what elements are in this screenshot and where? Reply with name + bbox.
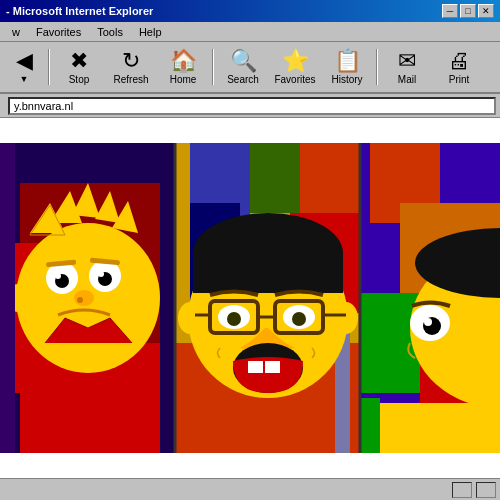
svg-rect-62 bbox=[265, 361, 280, 373]
svg-point-50 bbox=[334, 302, 358, 334]
address-bar bbox=[0, 94, 500, 118]
svg-point-59 bbox=[292, 312, 306, 326]
refresh-button[interactable]: ↻ Refresh bbox=[106, 44, 156, 90]
home-label: Home bbox=[170, 74, 197, 85]
status-right bbox=[452, 482, 496, 498]
svg-point-72 bbox=[424, 318, 432, 326]
toolbar-separator-1 bbox=[48, 49, 50, 85]
svg-rect-66 bbox=[360, 293, 420, 393]
svg-point-58 bbox=[227, 312, 241, 326]
home-button[interactable]: 🏠 Home bbox=[158, 44, 208, 90]
favorites-label: Favorites bbox=[274, 74, 315, 85]
mail-label: Mail bbox=[398, 74, 416, 85]
svg-point-34 bbox=[77, 297, 83, 303]
maximize-button[interactable]: □ bbox=[460, 4, 476, 18]
window-title: - Microsoft Internet Explorer bbox=[6, 5, 153, 17]
svg-point-33 bbox=[74, 290, 94, 306]
window-controls: ─ □ ✕ bbox=[442, 4, 494, 18]
toolbar: ◀ ▼ ✖ Stop ↻ Refresh 🏠 Home 🔍 Search ⭐ F… bbox=[0, 42, 500, 94]
print-icon: 🖨 bbox=[448, 50, 470, 72]
home-icon: 🏠 bbox=[170, 50, 197, 72]
menu-item-file[interactable]: w bbox=[4, 24, 28, 40]
menu-bar: w Favorites Tools Help bbox=[0, 22, 500, 42]
search-button[interactable]: 🔍 Search bbox=[218, 44, 268, 90]
refresh-icon: ↻ bbox=[122, 50, 140, 72]
history-label: History bbox=[331, 74, 362, 85]
svg-rect-35 bbox=[0, 143, 15, 453]
back-label: ▼ bbox=[20, 74, 29, 84]
print-label: Print bbox=[449, 74, 470, 85]
favorites-icon: ⭐ bbox=[282, 50, 309, 72]
status-bar bbox=[0, 478, 500, 500]
status-panel-2 bbox=[476, 482, 496, 498]
svg-point-49 bbox=[178, 302, 202, 334]
history-icon: 📋 bbox=[334, 50, 361, 72]
status-panel-1 bbox=[452, 482, 472, 498]
svg-point-30 bbox=[98, 271, 104, 277]
menu-item-help[interactable]: Help bbox=[131, 24, 170, 40]
svg-rect-38 bbox=[250, 143, 300, 213]
address-input[interactable] bbox=[8, 97, 496, 115]
stop-icon: ✖ bbox=[70, 50, 88, 72]
cartoon-image bbox=[0, 118, 500, 478]
toolbar-separator-3 bbox=[376, 49, 378, 85]
svg-rect-74 bbox=[360, 398, 380, 453]
search-label: Search bbox=[227, 74, 259, 85]
stop-button[interactable]: ✖ Stop bbox=[54, 44, 104, 90]
toolbar-separator-2 bbox=[212, 49, 214, 85]
favorites-button[interactable]: ⭐ Favorites bbox=[270, 44, 320, 90]
content-area bbox=[0, 118, 500, 478]
menu-item-tools[interactable]: Tools bbox=[89, 24, 131, 40]
back-icon: ◀ bbox=[16, 50, 33, 72]
minimize-button[interactable]: ─ bbox=[442, 4, 458, 18]
svg-rect-61 bbox=[248, 361, 263, 373]
refresh-label: Refresh bbox=[113, 74, 148, 85]
close-button[interactable]: ✕ bbox=[478, 4, 494, 18]
history-button[interactable]: 📋 History bbox=[322, 44, 372, 90]
mail-icon: ✉ bbox=[398, 50, 416, 72]
search-icon: 🔍 bbox=[230, 50, 257, 72]
menu-item-favorites[interactable]: Favorites bbox=[28, 24, 89, 40]
mail-button[interactable]: ✉ Mail bbox=[382, 44, 432, 90]
stop-label: Stop bbox=[69, 74, 90, 85]
svg-rect-73 bbox=[380, 403, 500, 453]
print-button[interactable]: 🖨 Print bbox=[434, 44, 484, 90]
svg-point-29 bbox=[55, 273, 61, 279]
title-bar: - Microsoft Internet Explorer ─ □ ✕ bbox=[0, 0, 500, 22]
back-button[interactable]: ◀ ▼ bbox=[4, 44, 44, 90]
